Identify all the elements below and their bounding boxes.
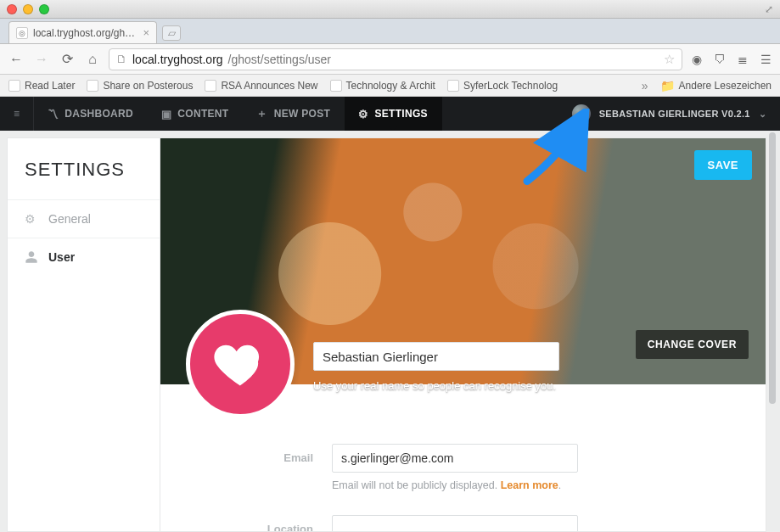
new-tab-button[interactable]: ▱ <box>162 25 181 41</box>
buffer-icon[interactable]: ≣ <box>735 52 750 67</box>
tab-title: local.tryghost.org/ghost/s <box>33 27 137 39</box>
sidebar-item-user[interactable]: User <box>8 238 160 276</box>
browser-tab[interactable]: ◎ local.tryghost.org/ghost/s × <box>8 21 157 43</box>
bookmark-icon <box>87 80 98 92</box>
folder-icon: 📁 <box>660 79 675 92</box>
cover-image: CHANGE COVER Use your real name so peopl… <box>160 138 766 384</box>
home-button[interactable]: ⌂ <box>83 50 102 69</box>
pocket-icon[interactable]: ⛉ <box>712 52 727 67</box>
bookmark-item[interactable]: Technology & Archit <box>330 80 435 92</box>
settings-sidebar: SETTINGS ⚙ General User <box>7 137 160 532</box>
address-bar[interactable]: 🗋 local.tryghost.org/ghost/settings/user… <box>109 48 682 70</box>
favicon-icon: ◎ <box>16 27 28 39</box>
full-name-input[interactable] <box>313 342 559 371</box>
nav-settings[interactable]: ⚙SETTINGS <box>345 97 442 131</box>
bookmarks-overflow-icon[interactable]: » <box>642 79 648 92</box>
profile-header: Use your real name so people can recogni… <box>186 310 559 418</box>
avatar-icon <box>572 104 591 123</box>
gear-icon: ⚙ <box>25 212 38 226</box>
dashboard-icon: 〽 <box>48 108 59 120</box>
bookmark-label: RSA Announces New <box>221 80 317 92</box>
close-window-icon[interactable] <box>7 4 17 14</box>
other-bookmarks-folder[interactable]: 📁Andere Lesezeichen <box>660 79 772 92</box>
bookmark-icon <box>8 80 20 92</box>
learn-more-link[interactable]: Learn more <box>501 479 558 491</box>
ghost-admin-nav: ≡ 〽DASHBOARD ▣CONTENT ＋NEW POST ⚙SETTING… <box>0 97 780 131</box>
chrome-menu-icon[interactable]: ☰ <box>758 52 773 67</box>
window-titlebar: ⤢ <box>0 0 780 19</box>
sidebar-title: SETTINGS <box>8 138 160 199</box>
extension-icon[interactable]: ◉ <box>689 52 704 67</box>
chevron-down-icon: ⌄ <box>759 109 766 120</box>
traffic-lights <box>7 4 49 14</box>
form-row-location: Location Where in the world do you live? <box>186 515 740 532</box>
nav-dashboard[interactable]: 〽DASHBOARD <box>34 97 148 131</box>
bookmarks-bar: Read Later Share on Posterous RSA Announ… <box>0 75 780 97</box>
email-help-text: Email will not be publicly displayed. <box>332 479 501 491</box>
zoom-window-icon[interactable] <box>39 4 49 14</box>
browser-toolbar: ← → ⟳ ⌂ 🗋 local.tryghost.org/ghost/setti… <box>0 44 780 75</box>
change-cover-button[interactable]: CHANGE COVER <box>636 330 749 359</box>
bookmark-icon <box>447 80 459 92</box>
sidebar-item-label: General <box>48 212 91 226</box>
bookmark-label: Technology & Archit <box>346 80 435 92</box>
bookmark-label: Share on Posterous <box>103 80 193 92</box>
reload-button[interactable]: ⟳ <box>58 50 76 69</box>
heart-icon <box>213 337 267 391</box>
email-input[interactable] <box>332 444 578 473</box>
content-icon: ▣ <box>161 108 171 120</box>
url-path: /ghost/settings/user <box>228 53 331 66</box>
bookmark-icon <box>330 80 342 92</box>
plus-icon: ＋ <box>256 106 267 121</box>
bookmark-icon <box>205 80 216 92</box>
nav-label: DASHBOARD <box>65 108 133 120</box>
workspace: SETTINGS ⚙ General User SAVE CHANGE COVE… <box>0 131 780 532</box>
page-icon: 🗋 <box>116 53 127 65</box>
bookmark-star-icon[interactable]: ☆ <box>664 52 675 67</box>
bookmark-item[interactable]: Share on Posterous <box>87 80 193 92</box>
sidebar-item-general[interactable]: ⚙ General <box>8 199 160 238</box>
user-icon <box>25 250 38 264</box>
nav-label: SETTINGS <box>374 108 427 120</box>
nav-label: NEW POST <box>274 108 330 120</box>
folder-label: Andere Lesezeichen <box>679 80 772 92</box>
fullscreen-icon[interactable]: ⤢ <box>765 3 773 15</box>
bookmark-label: Read Later <box>25 80 75 92</box>
nav-content[interactable]: ▣CONTENT <box>148 97 243 131</box>
bookmark-item[interactable]: SyferLock Technolog <box>447 80 558 92</box>
profile-avatar[interactable] <box>186 310 295 418</box>
save-button[interactable]: SAVE <box>694 150 752 180</box>
nav-label: CONTENT <box>177 108 228 120</box>
nav-menu-icon[interactable]: ≡ <box>0 97 34 131</box>
minimize-window-icon[interactable] <box>23 4 33 14</box>
scrollbar-vertical[interactable] <box>766 131 777 532</box>
scrollbar-thumb[interactable] <box>769 132 776 404</box>
gear-icon: ⚙ <box>358 108 368 120</box>
nav-new-post[interactable]: ＋NEW POST <box>243 97 345 131</box>
settings-panel: SAVE CHANGE COVER Use your real name so … <box>160 137 766 532</box>
nav-user-menu[interactable]: SEBASTIAN GIERLINGER V0.2.1 ⌄ <box>572 104 780 123</box>
bookmark-label: SyferLock Technolog <box>463 80 558 92</box>
url-host: local.tryghost.org <box>132 53 223 66</box>
extension-icons: ◉ ⛉ ≣ ☰ <box>689 52 773 67</box>
back-button[interactable]: ← <box>7 50 25 69</box>
browser-tabstrip: ◎ local.tryghost.org/ghost/s × ▱ <box>0 19 780 44</box>
tab-close-icon[interactable]: × <box>143 26 149 39</box>
email-help: Email will not be publicly displayed. Le… <box>332 479 578 491</box>
location-input[interactable] <box>332 515 578 532</box>
form-row-email: Email Email will not be publicly display… <box>186 444 740 491</box>
nav-user-label: SEBASTIAN GIERLINGER V0.2.1 <box>599 109 750 119</box>
location-label: Location <box>186 515 313 532</box>
bookmark-item[interactable]: Read Later <box>8 80 75 92</box>
full-name-help: Use your real name so people can recogni… <box>313 379 559 392</box>
email-label: Email <box>186 444 313 464</box>
forward-button[interactable]: → <box>32 50 51 69</box>
bookmark-item[interactable]: RSA Announces New <box>205 80 317 92</box>
sidebar-item-label: User <box>48 250 75 264</box>
